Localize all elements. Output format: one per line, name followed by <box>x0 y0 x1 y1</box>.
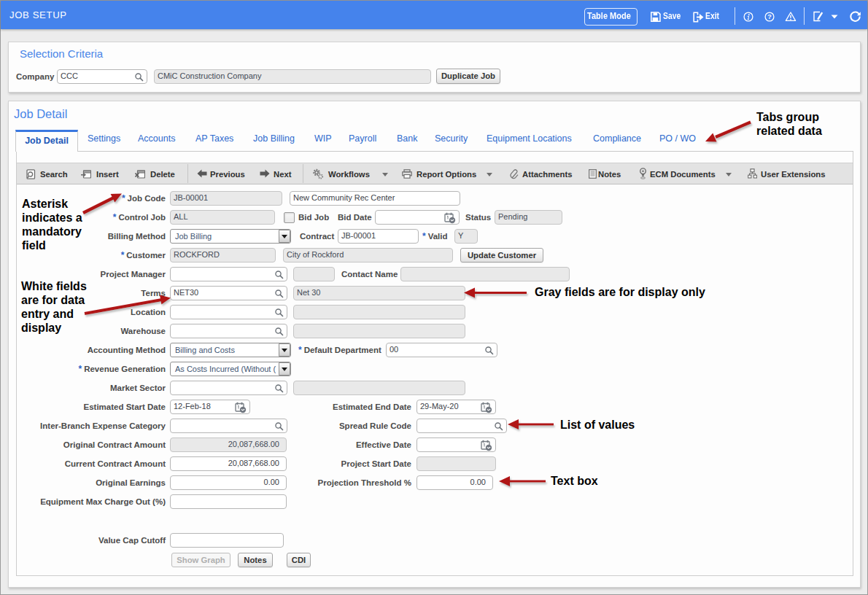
svg-text:?: ? <box>767 13 772 20</box>
